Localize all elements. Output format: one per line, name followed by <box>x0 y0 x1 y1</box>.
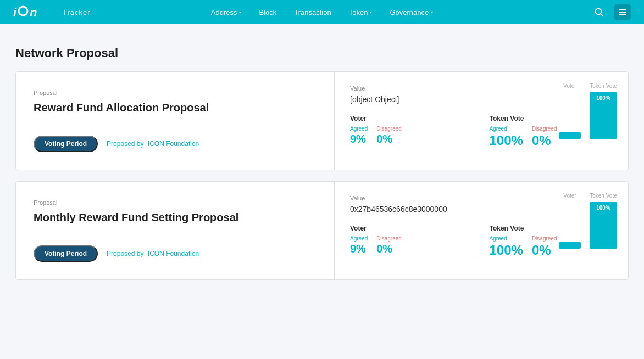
svg-text:i: i <box>13 5 17 19</box>
chevron-down-icon: ▾ <box>431 10 433 15</box>
svg-rect-7 <box>619 14 626 15</box>
nav-token[interactable]: Token ▾ <box>349 8 373 16</box>
voter-section-1: Voter Agreed 9% Disagreed 0% <box>350 115 476 148</box>
token-agreed-2: Agreed 100% <box>490 235 523 258</box>
logo-icon: i n <box>13 4 57 20</box>
main-header: i n Tracker Address ▾ Block Transaction … <box>0 0 644 24</box>
token-disagreed-2: Disagreed 0% <box>532 235 557 258</box>
voting-period-badge-2[interactable]: Voting Period <box>34 245 98 262</box>
proposer-link-1[interactable]: ICON Foundation <box>148 140 199 148</box>
token-bar-2: 100% <box>590 202 617 249</box>
voter-disagreed-1: Disagreed 0% <box>376 126 402 145</box>
proposal-card-1: Proposal Reward Fund Allocation Proposal… <box>15 71 629 170</box>
proposal-left-1: Proposal Reward Fund Allocation Proposal… <box>16 72 335 170</box>
nav-block[interactable]: Block <box>259 8 276 16</box>
user-avatar[interactable] <box>614 4 631 20</box>
nav-transaction[interactable]: Transaction <box>294 8 331 16</box>
chevron-down-icon: ▾ <box>370 10 372 15</box>
proposal-footer-1: Voting Period Proposed by ICON Foundatio… <box>34 136 317 152</box>
logo-tracker-text: Tracker <box>63 8 91 16</box>
proposal-left-2: Proposal Monthly Reward Fund Setting Pro… <box>16 182 335 279</box>
voter-disagreed-2: Disagreed 0% <box>376 235 402 255</box>
svg-point-1 <box>19 7 27 15</box>
proposal-title-2: Monthly Reward Fund Setting Proposal <box>34 211 317 224</box>
search-icon[interactable] <box>590 3 608 21</box>
nav-address[interactable]: Address ▾ <box>211 8 242 16</box>
proposal-right-1: Value [object Object] Voter Agreed 9% Di… <box>335 72 628 170</box>
voter-bar-2 <box>559 202 581 249</box>
proposer-link-2[interactable]: ICON Foundation <box>148 250 199 257</box>
proposal-card-2: Proposal Monthly Reward Fund Setting Pro… <box>15 181 629 280</box>
svg-line-4 <box>601 14 603 16</box>
header-actions <box>590 3 631 21</box>
nav-governance[interactable]: Governance ▾ <box>390 8 433 16</box>
voter-bar-1 <box>559 92 581 139</box>
voter-agreed-2: Agreed 9% <box>350 235 368 255</box>
chart-token-label-2: Token Vote <box>590 193 617 199</box>
svg-rect-6 <box>619 12 626 13</box>
chart-voter-label-2: Voter <box>559 193 581 199</box>
voting-period-badge-1[interactable]: Voting Period <box>34 136 98 152</box>
voter-title-1: Voter <box>350 115 463 122</box>
proposed-by-1: Proposed by ICON Foundation <box>107 140 199 148</box>
chevron-down-icon: ▾ <box>239 10 241 15</box>
token-agreed-1: Agreed 100% <box>490 126 523 148</box>
proposal-title-1: Reward Fund Allocation Proposal <box>34 102 317 114</box>
token-bar-1: 100% <box>590 92 617 139</box>
chart-token-label-1: Token Vote <box>590 83 617 89</box>
token-disagreed-1: Disagreed 0% <box>532 126 557 148</box>
page-title: Network Proposal <box>15 46 629 60</box>
voter-agreed-1: Agreed 9% <box>350 126 368 145</box>
chart-voter-label-1: Voter <box>559 83 581 89</box>
main-content: Network Proposal Proposal Reward Fund Al… <box>0 24 644 306</box>
svg-rect-5 <box>619 9 626 10</box>
voter-section-2: Voter Agreed 9% Disagreed 0% <box>350 225 476 257</box>
proposed-by-2: Proposed by ICON Foundation <box>107 250 199 257</box>
svg-text:n: n <box>30 5 37 19</box>
proposal-label-2: Proposal <box>34 199 317 206</box>
proposal-footer-2: Voting Period Proposed by ICON Foundatio… <box>34 245 317 262</box>
main-nav: Address ▾ Block Transaction Token ▾ Gove… <box>211 8 433 16</box>
proposal-right-2: Value 0x27b46536c66c8e3000000 Voter Agre… <box>335 182 628 279</box>
logo[interactable]: i n Tracker <box>13 4 91 20</box>
proposal-label-1: Proposal <box>34 89 317 96</box>
voter-title-2: Voter <box>350 225 463 232</box>
